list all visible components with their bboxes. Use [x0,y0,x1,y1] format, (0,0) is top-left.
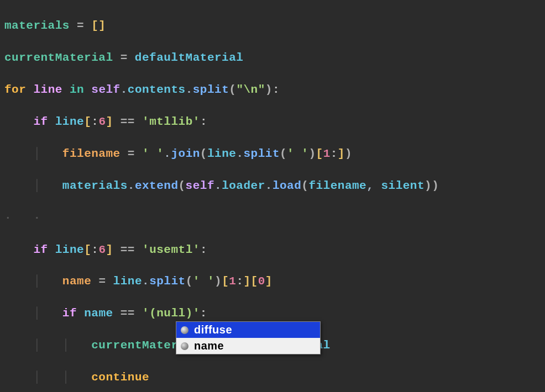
operator: = [120,51,128,64]
number: 1 [229,275,236,288]
operator: = [98,275,106,288]
identifier: line [207,147,236,160]
code-line: for line in self.contents.split("\n"): [4,82,541,98]
code-line: currentMaterial = defaultMaterial [4,50,541,66]
string: ' ' [142,147,164,160]
method: split [243,147,280,160]
method: load [272,179,301,192]
code-line: │ filename = ' '.join(line.split(' ')[1:… [4,146,541,162]
code-line: │ materials.extend(self.loader.load(file… [4,178,541,194]
keyword-if: if [33,115,48,128]
attribute: loader [222,179,265,192]
code-line: if line[:6] == 'usemtl': [4,242,541,258]
autocomplete-popup[interactable]: diffuse name [176,321,321,354]
keyword-for: for [4,83,26,96]
identifier: line [55,243,84,256]
operator: = [128,147,135,160]
number: 1 [323,147,331,160]
attribute: contents [128,83,186,96]
identifier: line [33,83,62,96]
self: self [186,179,214,192]
keyword-in: in [70,83,84,96]
identifier: name [84,307,113,320]
operator: == [120,307,135,320]
identifier: silent [381,179,425,192]
identifier: filename [308,179,366,192]
operator: == [120,115,135,128]
method: join [171,147,200,160]
identifier: materials [4,19,70,32]
operator: == [120,243,135,256]
identifier: currentMaterial [4,51,113,64]
autocomplete-item[interactable]: name [176,338,320,354]
identifier: line [55,115,84,128]
field-icon [181,342,188,350]
number: 6 [98,115,106,128]
code-line: │ │ continue [4,370,541,386]
autocomplete-label: name [194,340,224,352]
bracket: ] [98,19,106,32]
string: '(null)' [142,307,200,320]
field-icon [181,326,188,334]
method: split [149,275,186,288]
string: 'mtllib' [142,115,200,128]
identifier: line [113,275,142,288]
string: "\n" [236,83,265,96]
code-line: · · [4,210,541,226]
operator: = [77,19,84,32]
identifier: filename [62,147,120,160]
string: 'usemtl' [142,243,200,256]
string: ' ' [193,275,214,288]
bracket: [ [91,19,98,32]
number: 0 [258,275,265,288]
code-line: │ name = line.split(' ')[1:][0] [4,274,541,290]
identifier: materials [62,179,128,192]
method: extend [135,179,179,192]
method: split [193,83,229,96]
code-line: │ if name == '(null)': [4,306,541,322]
identifier: name [62,275,91,288]
string: ' ' [287,147,308,160]
keyword-continue: continue [91,371,149,384]
code-line: if line[:6] == 'mtllib': [4,114,541,130]
autocomplete-label: diffuse [194,324,232,336]
self: self [91,83,120,96]
keyword-if: if [62,307,77,320]
identifier: defaultMaterial [135,51,244,64]
number: 6 [98,243,106,256]
autocomplete-item[interactable]: diffuse [176,322,320,338]
code-line: materials = [] [4,18,541,34]
keyword-if: if [33,243,48,256]
